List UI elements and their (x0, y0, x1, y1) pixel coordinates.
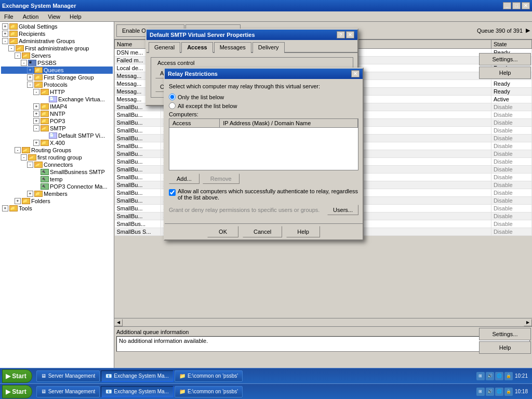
taskbar-icon: 📁 (179, 389, 185, 394)
tray-icon-l1: ⊞ (476, 388, 485, 396)
computers-table-body (169, 128, 358, 168)
cancel-button[interactable]: Cancel (243, 226, 282, 237)
grant-text: Grant or deny relay permissions to speci… (169, 207, 325, 213)
tab-messages[interactable]: Messages (214, 42, 251, 53)
access-control-legend: Access control (155, 60, 197, 66)
tray-icon-l4: 🔒 (504, 388, 513, 396)
tray-icon-l3: 🌐 (495, 388, 503, 396)
taskbar-label: Server Management (48, 373, 96, 379)
start-button-upper[interactable]: ▶ Start (2, 369, 32, 383)
modal-overlay: Default SMTP Virtual Server Properties ?… (0, 0, 532, 399)
remove-button[interactable]: Remove (203, 174, 240, 184)
ok-button[interactable]: OK (207, 226, 238, 237)
taskbar-item-server-mgmt-upper[interactable]: 🖥 Server Management (36, 370, 100, 382)
relay-close-icon[interactable]: ✕ (351, 70, 360, 77)
taskbar-icon: 📧 (105, 373, 112, 379)
taskbar-tray-lower: ⊞ 🔊 🌐 🔒 10:18 (472, 388, 532, 396)
taskbar-time-lower: 10:18 (515, 389, 528, 394)
taskbar-item-explorer-lower[interactable]: 📁 E:\common on 'pssbs' (175, 386, 243, 397)
users-button[interactable]: Users... (327, 205, 358, 215)
dialog-help-icon[interactable]: ? (337, 31, 345, 38)
taskbar-icon: 🖥 (41, 389, 46, 394)
radio-only-list[interactable]: Only the list below (169, 94, 358, 100)
taskbar-items-lower: 🖥 Server Management 📧 Exchange System Ma… (34, 386, 472, 397)
taskbar-label: E:\common on 'pssbs' (188, 389, 238, 394)
taskbar-item-exchange-lower[interactable]: 📧 Exchange System Ma... (101, 386, 174, 397)
relay-description: Select which computer may relay through … (169, 83, 358, 89)
relay-action-buttons: Add... Remove (169, 174, 358, 184)
computers-table: Access IP Address (Mask) / Domain Name (169, 118, 358, 170)
taskbar-item-explorer-upper[interactable]: 📁 E:\common on 'pssbs' (175, 370, 243, 382)
computers-table-header: Access IP Address (Mask) / Domain Name (169, 119, 358, 128)
taskbar-time-upper: 10:21 (515, 373, 528, 379)
allow-auth-checkbox-row[interactable]: Allow all computers which successfully a… (169, 188, 358, 201)
tray-icon-2: 🔊 (486, 372, 494, 380)
taskbar-label: Server Management (48, 389, 96, 394)
taskbar-lower: ▶ Start 🖥 Server Management 📧 Exchange S… (0, 383, 532, 399)
relay-dialog-title: Relay Restrictions (168, 71, 218, 77)
radio-all-except-label: All except the list below (178, 103, 237, 109)
allow-auth-label: Allow all computers which successfully a… (178, 188, 358, 201)
smtp-dialog-title-bar: Default SMTP Virtual Server Properties ?… (147, 30, 357, 40)
taskbar-icon: 📁 (179, 373, 185, 379)
tray-icon-4: 🔒 (504, 372, 513, 380)
radio-all-except-input[interactable] (169, 102, 176, 109)
tray-icon-l2: 🔊 (486, 388, 494, 396)
relay-dialog-title-bar: Relay Restrictions ✕ (165, 69, 363, 79)
taskbar-item-server-mgmt-lower[interactable]: 🖥 Server Management (36, 386, 100, 397)
taskbar-label: Exchange System Ma... (114, 373, 169, 379)
help-dialog-button[interactable]: Help (286, 226, 320, 237)
tray-icons-upper: ⊞ 🔊 🌐 🔒 (476, 372, 513, 380)
relay-restrictions-dialog: Relay Restrictions ✕ Select which comput… (164, 68, 364, 241)
dialog-buttons: OK Cancel Help (165, 223, 363, 240)
tray-icon-3: 🌐 (495, 372, 503, 380)
allow-auth-checkbox[interactable] (169, 189, 176, 196)
checkbox-section: Allow all computers which successfully a… (169, 188, 358, 201)
grant-section: Grant or deny relay permissions to speci… (169, 205, 358, 215)
add-button[interactable]: Add... (169, 174, 200, 184)
radio-all-except[interactable]: All except the list below (169, 102, 358, 109)
tab-general[interactable]: General (149, 42, 180, 53)
tab-access[interactable]: Access (181, 42, 213, 53)
relay-dialog-content: Select which computer may relay through … (165, 79, 363, 223)
smtp-title-icons: ? ✕ (337, 31, 354, 38)
taskbar-label: Exchange System Ma... (114, 389, 169, 394)
radio-only-list-input[interactable] (169, 94, 176, 100)
col-ip-header: IP Address (Mask) / Domain Name (220, 119, 358, 127)
dialog-close-icon[interactable]: ✕ (346, 31, 354, 38)
taskbar-upper: ▶ Start 🖥 Server Management 📧 Exchange S… (0, 368, 532, 383)
radio-only-list-label: Only the list below (178, 94, 224, 100)
taskbar-item-exchange-upper[interactable]: 📧 Exchange System Ma... (101, 370, 174, 382)
tab-delivery[interactable]: Delivery (252, 42, 285, 53)
taskbar-items-upper: 🖥 Server Management 📧 Exchange System Ma… (34, 370, 472, 382)
col-access-header: Access (169, 119, 220, 127)
tray-icon-1: ⊞ (476, 372, 485, 380)
start-button-lower[interactable]: ▶ Start (2, 385, 32, 398)
smtp-dialog-title: Default SMTP Virtual Server Properties (150, 32, 255, 38)
taskbar-label: E:\common on 'pssbs' (188, 373, 238, 379)
tray-icons-lower: ⊞ 🔊 🌐 🔒 (476, 388, 513, 396)
taskbar-icon: 🖥 (41, 373, 46, 379)
smtp-tab-bar: General Access Messages Delivery (147, 40, 357, 53)
relay-close-btn[interactable]: ✕ (351, 70, 360, 77)
taskbar-tray-upper: ⊞ 🔊 🌐 🔒 10:21 (472, 372, 532, 380)
taskbar-icon: 📧 (105, 389, 112, 394)
computers-label: Computers: (169, 111, 358, 117)
